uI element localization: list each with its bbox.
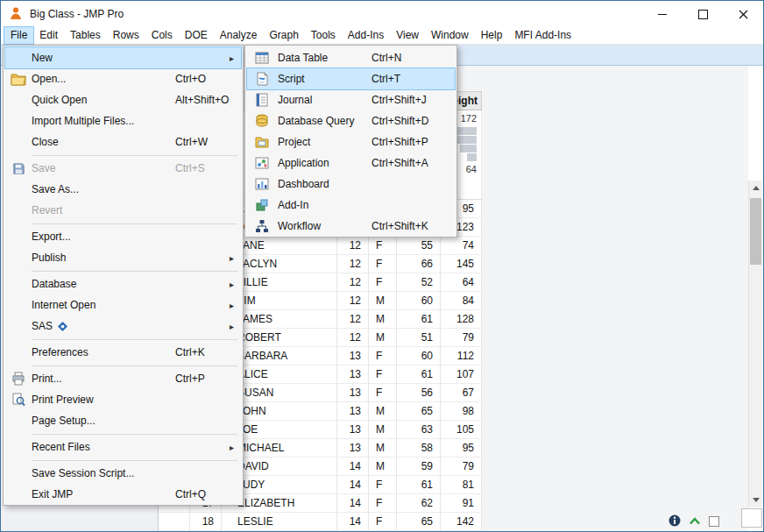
new-submenu-item-add-in[interactable]: Add-In (247, 195, 455, 216)
menu-item-label: SAS (32, 320, 53, 332)
menu-item-label: Open... (32, 73, 66, 85)
menubar-item-analyze[interactable]: Analyze (214, 27, 264, 44)
dashboard-icon (255, 177, 269, 191)
histogram-bar (467, 153, 477, 161)
jmp-app-icon (8, 5, 24, 24)
menubar-item-file[interactable]: File (4, 27, 33, 44)
menu-item-accelerator: Ctrl+K (175, 346, 205, 358)
new-submenu-item-application[interactable]: ApplicationCtrl+Shift+A (247, 153, 455, 174)
open-folder-icon (5, 73, 32, 86)
file-menu-item-quick-open[interactable]: Quick OpenAlt+Shift+O (5, 89, 241, 110)
menu-item-label: Recent Files (32, 441, 90, 453)
file-menu-item-save-session-script[interactable]: Save Session Script... (5, 463, 241, 484)
menu-item-label: Dashboard (278, 178, 329, 190)
menu-item-accelerator: Ctrl+S (175, 162, 205, 174)
file-menu-item-export[interactable]: Export... (5, 226, 241, 247)
close-icon (739, 10, 748, 19)
menubar-item-tools[interactable]: Tools (305, 27, 342, 44)
arrow-down-icon (753, 498, 760, 502)
new-submenu-item-script[interactable]: ScriptCtrl+T (247, 68, 455, 89)
file-menu-item-new[interactable]: New▸ (5, 47, 241, 68)
save-floppy-icon (5, 162, 32, 175)
file-menu-item-preferences[interactable]: PreferencesCtrl+K (5, 342, 241, 363)
menu-item-accelerator: Ctrl+Shift+P (371, 136, 428, 148)
sex-cell: F (369, 365, 397, 383)
histogram-bar (460, 145, 477, 153)
scrollbar-thumb[interactable] (750, 198, 761, 265)
vertical-scrollbar[interactable] (748, 181, 762, 507)
file-menu-item-print[interactable]: Print...Ctrl+P (5, 368, 241, 389)
sex-cell: M (369, 329, 397, 346)
menubar-item-mfi-add-ins[interactable]: MFI Add-Ins (508, 27, 577, 44)
menubar-item-window[interactable]: Window (425, 27, 475, 44)
weight-cell: 128 (441, 310, 482, 328)
file-menu-item-open[interactable]: Open...Ctrl+O (5, 68, 241, 89)
name-cell: LESLIE (222, 513, 337, 530)
sex-cell: M (369, 292, 397, 309)
file-menu-item-exit-jmp[interactable]: Exit JMPCtrl+Q (5, 484, 241, 505)
file-menu-item-recent-files[interactable]: Recent Files▸ (5, 436, 241, 458)
weight-cell: 91 (441, 494, 482, 512)
menu-item-label: Application (278, 157, 329, 169)
scroll-down-button[interactable] (749, 493, 762, 507)
menubar-item-tables[interactable]: Tables (64, 27, 107, 44)
menubar-item-cols[interactable]: Cols (145, 27, 179, 44)
file-menu-item-publish[interactable]: Publish▸ (5, 247, 241, 268)
new-submenu-item-data-table[interactable]: Data TableCtrl+N (247, 47, 455, 68)
menubar-item-view[interactable]: View (390, 27, 425, 44)
caret-up-icon[interactable] (689, 515, 701, 528)
weight-cell: 79 (441, 329, 482, 346)
menubar-item-edit[interactable]: Edit (33, 27, 64, 44)
file-menu-item-database[interactable]: Database▸ (5, 273, 241, 294)
age-cell: 14 (337, 458, 369, 475)
menu-item-accelerator: Ctrl+Shift+J (371, 94, 427, 106)
height-cell: 65 (397, 402, 441, 420)
height-cell: 60 (397, 292, 441, 309)
maximize-icon (698, 10, 708, 19)
menubar-item-help[interactable]: Help (475, 27, 509, 44)
minimize-button[interactable] (642, 1, 683, 27)
file-menu-item-save-as[interactable]: Save As... (5, 179, 241, 200)
menu-item-label: Print Preview (32, 394, 94, 406)
new-submenu-item-dashboard[interactable]: Dashboard (247, 174, 455, 195)
file-menu-item-import-multiple-files[interactable]: Import Multiple Files... (5, 110, 241, 131)
weight-cell: 95 (441, 439, 482, 457)
file-menu-item-close[interactable]: CloseCtrl+W (5, 131, 241, 153)
menu-item-label: Save (32, 162, 55, 174)
weight-cell: 142 (441, 513, 482, 530)
new-submenu-item-journal[interactable]: JournalCtrl+Shift+J (247, 89, 455, 110)
menubar-item-graph[interactable]: Graph (263, 27, 304, 44)
new-submenu: Data TableCtrl+NScriptCtrl+TJournalCtrl+… (244, 45, 457, 238)
status-bar-icons (668, 514, 719, 529)
close-button[interactable] (723, 1, 763, 27)
new-submenu-item-project[interactable]: ProjectCtrl+Shift+P (247, 131, 455, 153)
weight-cell: 74 (441, 237, 482, 254)
selection-box-icon[interactable] (709, 516, 719, 527)
menu-item-label: New (32, 52, 53, 64)
sex-cell: F (369, 476, 397, 493)
height-cell: 59 (397, 458, 441, 475)
file-menu-item-internet-open[interactable]: Internet Open▸ (5, 294, 241, 316)
menubar-item-rows[interactable]: Rows (107, 27, 145, 44)
height-cell: 61 (397, 365, 441, 383)
new-submenu-item-database-query[interactable]: Database QueryCtrl+Shift+D (247, 110, 455, 131)
menubar-item-add-ins[interactable]: Add-Ins (342, 27, 390, 44)
new-submenu-item-workflow[interactable]: WorkflowCtrl+Shift+K (247, 216, 455, 237)
sex-cell: F (369, 273, 397, 291)
scroll-up-button[interactable] (749, 181, 762, 195)
menu-item-accelerator: Ctrl+Shift+A (371, 157, 428, 169)
file-menu-item-sas[interactable]: SAS▸ (5, 316, 241, 337)
file-menu-item-page-setup[interactable]: Page Setup... (5, 410, 241, 431)
file-menu-item-print-preview[interactable]: Print Preview (5, 389, 241, 410)
menu-item-accelerator: Ctrl+Shift+K (371, 220, 428, 232)
menubar-item-doe[interactable]: DOE (179, 27, 214, 44)
menu-item-label: Publish (32, 252, 66, 264)
table-row[interactable]: 18LESLIE14F65142 (159, 513, 482, 531)
header-graph-min-label: 64 (466, 163, 477, 175)
file-menu-item-save: SaveCtrl+S (5, 158, 241, 179)
info-icon[interactable] (668, 514, 681, 529)
menu-item-accelerator: Ctrl+Q (175, 488, 206, 500)
maximize-button[interactable] (683, 1, 723, 27)
weight-cell: 67 (441, 384, 482, 401)
menu-item-label: Project (278, 136, 310, 148)
